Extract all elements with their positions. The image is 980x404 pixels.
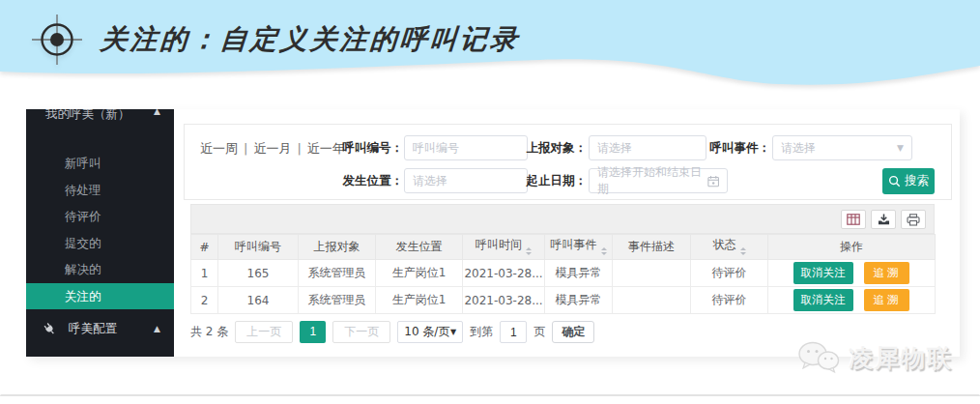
plug-icon bbox=[41, 320, 58, 337]
table-row: 2 164 系统管理员 生产岗位1 2021-03-28... 模具异常 待评价… bbox=[191, 287, 936, 314]
next-page-button[interactable]: 下一页 bbox=[332, 321, 390, 343]
cell-call-event: 模具异常 bbox=[545, 287, 613, 314]
col-index: # bbox=[191, 235, 218, 260]
cell-reporter: 系统管理员 bbox=[299, 287, 376, 314]
collapse-arrow-icon[interactable]: ▲ bbox=[154, 109, 160, 116]
sidebar-item-pending[interactable]: 待处理 bbox=[26, 177, 174, 204]
cell-call-no: 165 bbox=[218, 260, 299, 287]
cell-call-no: 164 bbox=[218, 287, 299, 314]
sidebar-menu: 新呼叫 待处理 待评价 提交的 解决的 关注的 bbox=[26, 150, 174, 309]
cell-index: 1 bbox=[191, 260, 218, 287]
col-location: 发生位置 bbox=[376, 235, 463, 260]
trace-button[interactable]: 追溯 bbox=[864, 262, 909, 284]
location-select[interactable]: 请选择 bbox=[404, 168, 528, 193]
page-title: 关注的：自定义关注的呼叫记录 bbox=[100, 21, 522, 58]
trace-button[interactable]: 追溯 bbox=[864, 289, 909, 311]
cell-call-time: 2021-03-28... bbox=[463, 287, 545, 314]
goto-confirm-button[interactable]: 确定 bbox=[552, 321, 594, 343]
sort-icon[interactable] bbox=[601, 245, 607, 258]
cell-call-event: 模具异常 bbox=[545, 260, 613, 287]
total-count: 共 2 条 bbox=[190, 324, 228, 340]
table-header-row: # 呼叫编号 上报对象 发生位置 呼叫时间 呼叫事件 事件描述 状态 操作 bbox=[191, 235, 936, 260]
cell-status: 待评价 bbox=[691, 287, 768, 314]
cell-reporter: 系统管理员 bbox=[299, 260, 376, 287]
column-settings-button[interactable] bbox=[841, 210, 866, 229]
sidebar-item-new-call[interactable]: 新呼叫 bbox=[26, 150, 174, 177]
unfollow-button[interactable]: 取消关注 bbox=[793, 289, 853, 311]
separator: | bbox=[297, 141, 301, 156]
input-placeholder: 请选择开始和结束日期 bbox=[597, 164, 707, 197]
col-call-time: 呼叫时间 bbox=[463, 235, 545, 260]
sidebar-group-my-calls[interactable]: 我的呼美（新） ▲ bbox=[26, 109, 174, 128]
calendar-icon bbox=[707, 175, 719, 188]
quick-range-links: 近一周|近一月|近一年 bbox=[200, 140, 345, 158]
col-call-event: 呼叫事件 bbox=[545, 235, 613, 260]
col-status: 状态 bbox=[691, 235, 768, 260]
sort-icon[interactable] bbox=[526, 245, 532, 258]
table-row: 1 165 系统管理员 生产岗位1 2021-03-28... 模具异常 待评价… bbox=[191, 260, 936, 287]
app-window: 我的呼美（新） ▲ 新呼叫 待处理 待评价 提交的 解决的 关注的 呼美配置 ▲… bbox=[26, 109, 960, 357]
goto-page-input[interactable] bbox=[500, 321, 527, 343]
page-banner: 关注的：自定义关注的呼叫记录 bbox=[0, 0, 980, 93]
goto-suffix: 页 bbox=[533, 324, 545, 340]
call-event-select[interactable]: 请选择 ▼ bbox=[772, 135, 912, 160]
col-call-no: 呼叫编号 bbox=[218, 235, 299, 260]
col-reporter: 上报对象 bbox=[299, 235, 376, 260]
brand-name: 凌犀物联 bbox=[849, 342, 953, 374]
sidebar-item-to-evaluate[interactable]: 待评价 bbox=[26, 203, 174, 230]
sidebar-group-label: 我的呼美（新） bbox=[45, 109, 130, 123]
pagination: 共 2 条 上一页 1 下一页 10 条/页 ▼ 到第 页 确定 bbox=[190, 321, 594, 343]
col-description: 事件描述 bbox=[613, 235, 691, 260]
quick-range-week[interactable]: 近一周 bbox=[200, 141, 238, 156]
sidebar: 我的呼美（新） ▲ 新呼叫 待处理 待评价 提交的 解决的 关注的 呼美配置 ▲ bbox=[26, 109, 174, 357]
cell-description bbox=[613, 260, 691, 287]
search-icon bbox=[888, 175, 901, 188]
bottom-divider bbox=[0, 394, 980, 397]
select-placeholder: 请选择 bbox=[597, 140, 632, 157]
cell-location: 生产岗位1 bbox=[376, 287, 463, 314]
cell-call-time: 2021-03-28... bbox=[463, 260, 545, 287]
page-number-button[interactable]: 1 bbox=[300, 321, 326, 343]
quick-range-month[interactable]: 近一月 bbox=[253, 141, 291, 156]
search-button[interactable]: 搜索 bbox=[882, 168, 935, 194]
cell-index: 2 bbox=[191, 287, 218, 314]
table-toolbar bbox=[190, 204, 935, 234]
page-size-value: 10 条/页 bbox=[404, 324, 449, 340]
export-button[interactable] bbox=[871, 210, 896, 229]
sidebar-item-followed[interactable]: 关注的 bbox=[26, 283, 174, 310]
export-icon bbox=[878, 214, 890, 225]
call-records-table: # 呼叫编号 上报对象 发生位置 呼叫时间 呼叫事件 事件描述 状态 操作 1 … bbox=[190, 234, 936, 314]
filter-panel: 近一周|近一月|近一年 呼叫编号： 上报对象： 请选择 呼叫事件： 请选择 ▼ … bbox=[184, 124, 952, 200]
print-button[interactable] bbox=[901, 210, 926, 229]
print-icon bbox=[907, 214, 920, 226]
separator: | bbox=[244, 141, 247, 156]
cell-description bbox=[613, 287, 691, 314]
prev-page-button[interactable]: 上一页 bbox=[235, 321, 293, 343]
sidebar-group-label: 呼美配置 bbox=[69, 321, 117, 337]
select-placeholder: 请选择 bbox=[781, 140, 816, 157]
col-actions: 操作 bbox=[768, 235, 936, 260]
cell-actions: 取消关注 追溯 bbox=[768, 287, 936, 314]
report-target-label: 上报对象： bbox=[513, 135, 587, 160]
date-range-label: 起止日期： bbox=[513, 168, 587, 193]
location-label: 发生位置： bbox=[328, 168, 403, 193]
page-size-select[interactable]: 10 条/页 ▼ bbox=[397, 321, 463, 343]
search-button-label: 搜索 bbox=[905, 173, 929, 189]
call-no-input[interactable] bbox=[404, 135, 528, 160]
sidebar-item-resolved[interactable]: 解决的 bbox=[26, 256, 174, 283]
wechat-logo-icon bbox=[796, 340, 841, 375]
column-settings-icon bbox=[847, 214, 860, 225]
sort-icon[interactable] bbox=[740, 245, 746, 258]
sidebar-item-submitted[interactable]: 提交的 bbox=[26, 230, 174, 257]
goto-prefix: 到第 bbox=[470, 324, 493, 340]
collapse-arrow-icon[interactable]: ▲ bbox=[154, 324, 160, 333]
date-range-input[interactable]: 请选择开始和结束日期 bbox=[589, 168, 728, 193]
sidebar-group-call-config[interactable]: 呼美配置 ▲ bbox=[26, 314, 174, 343]
dropdown-arrow-icon: ▼ bbox=[897, 143, 904, 153]
select-placeholder: 请选择 bbox=[413, 173, 447, 189]
cell-actions: 取消关注 追溯 bbox=[768, 260, 936, 287]
brand-watermark: 凌犀物联 bbox=[796, 340, 953, 375]
unfollow-button[interactable]: 取消关注 bbox=[793, 262, 853, 284]
report-target-select[interactable]: 请选择 bbox=[589, 135, 706, 160]
cell-location: 生产岗位1 bbox=[376, 260, 463, 287]
